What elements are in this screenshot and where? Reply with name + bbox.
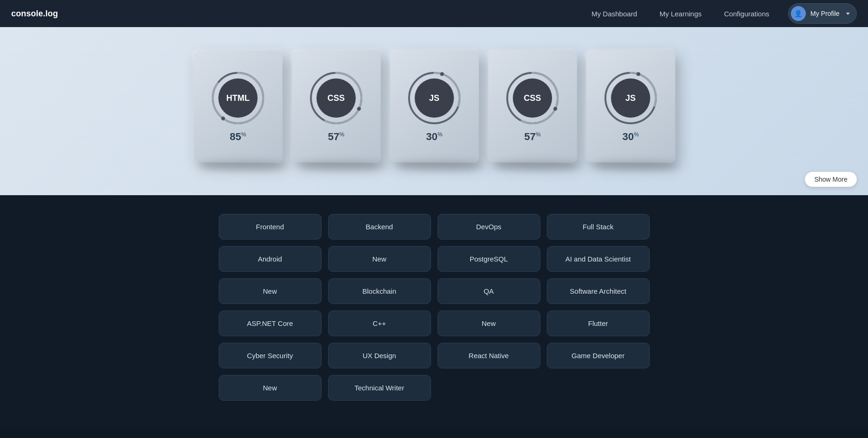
course-card-0[interactable]: HTML 85% bbox=[194, 50, 282, 162]
course-card-3[interactable]: CSS 57% bbox=[488, 50, 577, 162]
logo: console.log bbox=[11, 9, 58, 19]
grid-button-5[interactable]: New bbox=[328, 246, 431, 272]
grid-button-17[interactable]: UX Design bbox=[328, 343, 431, 368]
percent-label: 85% bbox=[230, 131, 246, 143]
grid-button-13[interactable]: C++ bbox=[328, 311, 431, 336]
percent-label: 57% bbox=[524, 131, 540, 143]
subject-label: JS bbox=[611, 78, 650, 118]
subject-label: JS bbox=[415, 78, 454, 118]
circle-wrap: JS bbox=[406, 70, 462, 126]
grid-button-16[interactable]: Cyber Security bbox=[219, 343, 322, 368]
profile-button[interactable]: 👤 My Profile bbox=[788, 3, 857, 24]
nav-link-configurations[interactable]: Configurations bbox=[724, 10, 769, 18]
percent-label: 30% bbox=[426, 131, 442, 143]
grid-button-1[interactable]: Backend bbox=[328, 214, 431, 240]
grid-button-15[interactable]: Flutter bbox=[547, 311, 650, 336]
nav-links: My DashboardMy LearningsConfigurations bbox=[591, 10, 769, 18]
grid-button-2[interactable]: DevOps bbox=[438, 214, 540, 240]
circle-wrap: CSS bbox=[308, 70, 364, 126]
avatar: 👤 bbox=[791, 6, 806, 21]
grid-button-3[interactable]: Full Stack bbox=[547, 214, 650, 240]
cards-container: HTML 85% CSS 57% J bbox=[175, 50, 694, 162]
grid-button-9[interactable]: Blockchain bbox=[328, 278, 431, 304]
grid-button-12[interactable]: ASP.NET Core bbox=[219, 311, 322, 336]
grid-button-21[interactable]: Technical Writer bbox=[328, 375, 431, 401]
circle-wrap: CSS bbox=[504, 70, 560, 126]
profile-label: My Profile bbox=[811, 10, 839, 17]
grid-button-4[interactable]: Android bbox=[219, 246, 322, 272]
course-card-2[interactable]: JS 30% bbox=[390, 50, 479, 162]
grid-button-10[interactable]: QA bbox=[438, 278, 540, 304]
hero-section: HTML 85% CSS 57% J bbox=[0, 27, 868, 195]
grid-section: FrontendBackendDevOpsFull StackAndroidNe… bbox=[0, 195, 868, 429]
show-more-button[interactable]: Show More bbox=[805, 172, 857, 187]
percent-label: 30% bbox=[622, 131, 638, 143]
grid-button-18[interactable]: React Native bbox=[438, 343, 540, 368]
grid-button-0[interactable]: Frontend bbox=[219, 214, 322, 240]
grid-button-20[interactable]: New bbox=[219, 375, 322, 401]
course-card-4[interactable]: JS 30% bbox=[586, 50, 675, 162]
grid-button-8[interactable]: New bbox=[219, 278, 322, 304]
circle-wrap: HTML bbox=[210, 70, 266, 126]
nav-link-learnings[interactable]: My Learnings bbox=[660, 10, 702, 18]
subject-label: HTML bbox=[218, 78, 258, 118]
grid-button-14[interactable]: New bbox=[438, 311, 540, 336]
grid-button-19[interactable]: Game Developer bbox=[547, 343, 650, 368]
grid-button-11[interactable]: Software Architect bbox=[547, 278, 650, 304]
grid-button-7[interactable]: AI and Data Scientist bbox=[547, 246, 650, 272]
navbar: console.log My DashboardMy LearningsConf… bbox=[0, 0, 868, 27]
subject-label: CSS bbox=[316, 78, 356, 118]
subject-label: CSS bbox=[513, 78, 552, 118]
chevron-down-icon bbox=[846, 13, 850, 15]
nav-link-dashboard[interactable]: My Dashboard bbox=[591, 10, 637, 18]
grid-button-6[interactable]: PostgreSQL bbox=[438, 246, 540, 272]
grid-container: FrontendBackendDevOpsFull StackAndroidNe… bbox=[200, 214, 668, 401]
circle-wrap: JS bbox=[603, 70, 659, 126]
course-card-1[interactable]: CSS 57% bbox=[292, 50, 380, 162]
percent-label: 57% bbox=[328, 131, 344, 143]
